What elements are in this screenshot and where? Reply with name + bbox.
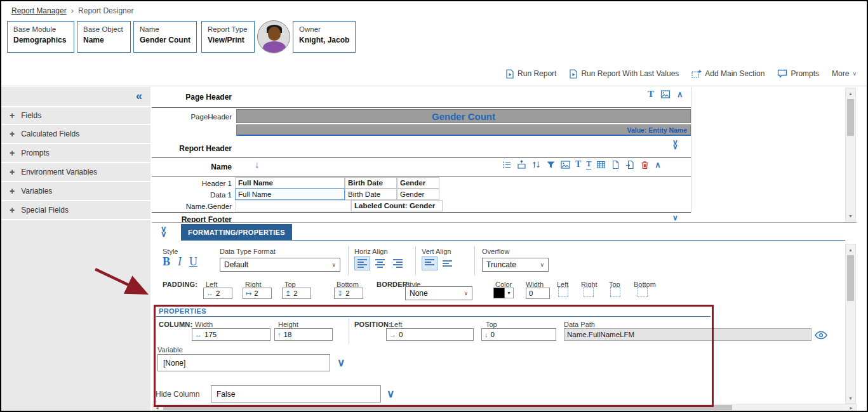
table-grid-icon[interactable] [596,160,606,169]
sidebar-item-calculated-fields[interactable]: + Calculated Fields [1,125,150,144]
header-cell-full-name[interactable]: Full Name [235,177,345,189]
data-type-format-select[interactable]: Default ∨ [220,258,340,272]
sidebar-item-variables[interactable]: + Variables [1,182,150,201]
sort-icon[interactable] [531,160,541,169]
collapse-band-icon[interactable]: ∧ [677,90,683,99]
select-value: Truncate [486,260,516,269]
data-cell-full-name-selected[interactable]: Full Name [235,189,345,200]
add-column-icon[interactable] [517,160,526,169]
hide-column-label: Hide Column [156,390,199,399]
insert-image-icon[interactable] [660,90,671,98]
hide-column-dropdown-chevron-icon[interactable]: ∨ [387,387,394,401]
caret-down-icon[interactable]: ▼ [505,288,514,298]
padding-top-icon: ↥ [285,289,291,298]
underline-button[interactable]: U [189,255,197,269]
padding-left-input[interactable]: ↔ 2 [203,288,232,299]
column-height-input[interactable]: ↑ 18 [274,328,333,341]
border-left-toggle[interactable] [558,287,568,297]
sidebar-collapse-button[interactable]: « [136,90,142,103]
padding-right-input[interactable]: ↦ 2 [243,288,272,299]
manage-columns-icon[interactable] [502,160,512,169]
position-left-input[interactable]: → 0 [386,328,474,341]
header-cell-gender[interactable]: Gender [397,177,439,189]
scrollbar-thumb[interactable] [163,405,732,410]
scroll-up-button[interactable]: ▲ [846,244,855,255]
position-top-input[interactable]: ↓ 0 [481,328,556,341]
sidebar-item-list: + Fields + Calculated Fields + Prompts +… [1,106,150,220]
bold-button[interactable]: B [163,255,170,269]
visibility-eye-icon[interactable] [815,331,827,340]
scroll-left-button[interactable]: ◄ [152,404,162,411]
italic-button[interactable]: I [178,255,182,269]
delete-section-trash-icon[interactable] [640,160,650,169]
select-value: None [410,289,428,298]
padding-top-input[interactable]: ↥ 2 [282,288,311,299]
border-right-toggle[interactable] [584,287,594,297]
overflow-select[interactable]: Truncate ∨ [482,258,549,272]
variable-dropdown[interactable]: [None] [157,354,330,371]
sidebar-item-environment-variables[interactable]: + Environment Variables [1,163,150,182]
chevron-down-icon[interactable]: ∨ [672,213,678,222]
border-top-toggle[interactable] [610,287,620,297]
variable-dropdown-chevron-icon[interactable]: ∨ [337,356,345,369]
horiz-align-label: Horiz Align [354,248,388,255]
border-style-select[interactable]: None ∨ [405,286,472,300]
group-cell-labeled-count[interactable]: Labeled Count: Gender [351,200,443,211]
report-name-card: Name Gender Count [133,21,197,53]
more-button[interactable]: More ∨ [832,69,857,78]
text-style-icon[interactable]: T [586,159,591,169]
column-height-label: Height [278,321,298,328]
report-title-element[interactable]: Gender Count [236,109,691,123]
sidebar-item-fields[interactable]: + Fields [1,106,150,125]
insert-text-icon[interactable]: T [648,89,654,100]
tab-formatting-properties[interactable]: FORMATTING/PROPERTIES [181,224,292,240]
scroll-up-button[interactable]: ▲ [846,88,855,98]
image-icon[interactable] [561,161,570,169]
group-cell-empty[interactable] [235,200,351,211]
section-move-down-icon[interactable]: ↓ [255,159,260,169]
plus-icon: + [10,148,15,158]
sidebar-item-special-fields[interactable]: + Special Fields [1,201,150,220]
column-width-input[interactable]: ↔ 175 [192,328,270,341]
collapse-band-icon[interactable]: ∧ [655,160,661,169]
page-header-band-toolbar: T ∧ [648,89,683,100]
sidebar-item-prompts[interactable]: + Prompts [1,144,150,163]
hide-column-dropdown[interactable]: False [211,385,381,402]
expand-band-icon[interactable]: ∨ ∨ [672,140,678,149]
valign-top-button[interactable] [422,256,437,270]
align-right-button[interactable] [390,256,406,270]
scroll-down-button[interactable]: ▼ [846,393,855,403]
border-bottom-toggle[interactable] [638,287,648,297]
align-left-icon [357,259,367,268]
border-width-input[interactable]: 0 [526,288,550,299]
horiz-align-group [354,256,406,270]
prompts-button[interactable]: Prompts [777,69,819,78]
document-icon[interactable] [611,160,620,169]
panel-scrollbar: ▲ ▼ [845,244,856,404]
run-report-with-last-values-button[interactable]: Run Report With Last Values [569,69,679,79]
data-cell-gender[interactable]: Gender [397,189,439,200]
run-report-button[interactable]: Run Report [505,69,556,79]
input-value: 18 [284,331,292,338]
document-export-icon[interactable] [625,160,635,169]
border-color-picker[interactable]: ▼ [493,288,514,298]
entity-name-binding-element[interactable]: Value: Entity Name [236,124,691,136]
data-path-field[interactable]: Name.FullNameLFM [564,328,811,341]
scrollbar-thumb[interactable] [847,255,854,301]
text-format-icon[interactable]: T [575,159,581,169]
padding-bottom-input[interactable]: ↧ 2 [334,288,363,299]
data-cell-birth-date[interactable]: Birth Date [345,189,397,200]
align-left-button[interactable] [354,256,370,270]
scroll-down-button[interactable]: ▼ [846,211,855,221]
filter-icon[interactable] [546,160,556,169]
breadcrumb-report-manager-link[interactable]: Report Manager [11,6,67,15]
valign-middle-button[interactable] [439,256,455,270]
header-divider [1,86,867,86]
collapse-panel-icon[interactable]: ∨ ∨ [161,227,167,237]
scroll-right-button[interactable]: ► [846,404,856,411]
header-row-label: Header 1 [152,180,232,187]
add-main-section-button[interactable]: Add Main Section [691,69,765,79]
scrollbar-thumb[interactable] [847,99,854,136]
align-center-button[interactable] [372,256,388,270]
header-cell-birth-date[interactable]: Birth Date [345,177,397,189]
